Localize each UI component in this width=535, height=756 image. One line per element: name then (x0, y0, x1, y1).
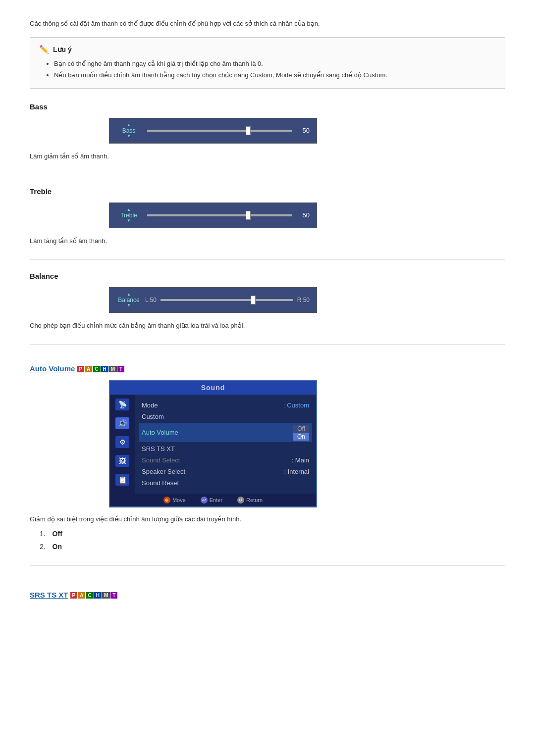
tv-menu-content: Mode : Custom Custom Auto Volume Off On (135, 395, 316, 494)
divider-3 (30, 344, 505, 345)
balance-arrow-down: ▼ (127, 303, 131, 307)
tv-icon-5: 📋 (115, 474, 129, 486)
note-box: ✏️ Lưu ý Bạn có thể nghe âm thanh ngay c… (30, 37, 505, 89)
treble-track[interactable] (147, 214, 292, 216)
bass-title: Bass (30, 102, 505, 111)
note-item-2: Nếu bạn muốn điều chỉnh âm thanh bằng cá… (54, 69, 496, 81)
note-list: Bạn có thể nghe âm thanh ngay cả khi giá… (39, 58, 496, 81)
menu-row-mode-label: Mode (142, 402, 158, 409)
enter-icon: ↩ (201, 497, 208, 504)
menu-row-sound-select-label: Sound Select (142, 456, 180, 464)
badge-m: M (109, 366, 117, 372)
note-item-1: Bạn có thể nghe âm thanh ngay cả khi giá… (54, 58, 496, 69)
note-title: Lưu ý (53, 46, 72, 53)
divider-4 (30, 565, 505, 566)
dropdown-on: On (293, 433, 309, 441)
list-item-off-num: 1. (40, 530, 46, 538)
footer-enter: ↩ Enter (201, 497, 222, 504)
menu-row-mode: Mode : Custom (142, 400, 309, 411)
menu-row-auto-volume[interactable]: Auto Volume Off On (139, 423, 312, 442)
bass-label-box: ▲ Bass ▼ (116, 123, 141, 138)
tv-icon-2: 🔊 (115, 417, 129, 429)
auto-volume-link[interactable]: Auto Volume (30, 364, 75, 373)
auto-volume-title: Auto Volume PACHMT (30, 364, 505, 373)
tv-menu-body: 📡 🔊 ⚙ 🖼 📋 Mode : Custom Custom (110, 395, 316, 494)
tv-menu-footer: ⊕ Move ↩ Enter ↺ Return (110, 494, 316, 506)
balance-right-value: R 50 (297, 297, 310, 303)
footer-return-label: Return (246, 497, 263, 503)
balance-section: Balance ▲ Balance ▼ L 50 R 50 Cho phép b… (30, 272, 505, 329)
menu-row-auto-volume-label: Auto Volume (142, 429, 178, 436)
treble-desc: Làm tăng tần số âm thanh. (30, 237, 505, 245)
badge-a: A (85, 366, 92, 372)
treble-thumb[interactable] (246, 211, 251, 220)
badge-c: C (93, 366, 100, 372)
badge-h: H (101, 366, 108, 372)
treble-arrow-up: ▲ (127, 208, 131, 212)
divider-2 (30, 259, 505, 260)
treble-label: Treble (120, 212, 137, 219)
footer-return: ↺ Return (237, 497, 263, 504)
menu-row-sound-reset: Sound Reset (142, 477, 309, 489)
srs-badge-c: C (86, 592, 93, 599)
note-icon: ✏️ (39, 45, 49, 54)
bass-thumb[interactable] (246, 126, 251, 135)
bass-slider[interactable]: ▲ Bass ▼ 50 (109, 118, 317, 144)
treble-section: Treble ▲ Treble ▼ 50 Làm tăng tần số âm … (30, 187, 505, 245)
balance-label-box: ▲ Balance ▼ (116, 293, 141, 307)
auto-volume-badges: PACHMT (77, 366, 124, 372)
tv-icon-3: ⚙ (115, 436, 129, 448)
badge-t: T (117, 366, 124, 372)
dropdown-off: Off (293, 425, 309, 433)
srs-badge-m: M (102, 592, 110, 599)
balance-slider[interactable]: ▲ Balance ▼ L 50 R 50 (109, 287, 317, 313)
balance-track[interactable] (160, 299, 293, 301)
srs-section: SRS TS XT PACHMT (30, 591, 505, 599)
intro-text: Các thông số cài đặt âm thanh có thể đượ… (30, 20, 505, 27)
treble-slider[interactable]: ▲ Treble ▼ 50 (109, 202, 317, 228)
tv-menu-wrapper: Sound 📡 🔊 ⚙ 🖼 📋 Mode : Custom Custom (109, 380, 317, 507)
footer-enter-label: Enter (210, 497, 222, 503)
srs-link[interactable]: SRS TS XT (30, 591, 68, 599)
list-item-off-val: Off (53, 530, 62, 538)
srs-badge-h: H (94, 592, 102, 599)
srs-badge-a: A (78, 592, 85, 599)
list-item-off: 1. Off (40, 530, 505, 538)
bass-value: 50 (298, 127, 310, 134)
bass-section: Bass ▲ Bass ▼ 50 Làm giảm tần số âm than… (30, 102, 505, 160)
balance-title: Balance (30, 272, 505, 280)
menu-row-custom: Custom (142, 411, 309, 422)
tv-icon-1: 📡 (115, 399, 129, 410)
return-icon: ↺ (237, 497, 244, 504)
list-item-on-num: 2. (40, 543, 46, 551)
footer-move: ⊕ Move (163, 497, 186, 504)
badge-p: P (77, 366, 84, 372)
menu-row-mode-value: : Custom (283, 402, 309, 409)
srs-badge-t: T (110, 592, 117, 599)
treble-label-box: ▲ Treble ▼ (116, 208, 141, 223)
footer-move-label: Move (172, 497, 186, 503)
tv-menu: Sound 📡 🔊 ⚙ 🖼 📋 Mode : Custom Custom (109, 380, 317, 507)
srs-badges: PACHMT (70, 592, 118, 599)
menu-row-sound-select-value: : Main (292, 456, 309, 464)
tv-menu-header: Sound (110, 381, 316, 395)
auto-volume-list: 1. Off 2. On (30, 530, 505, 551)
srs-title: SRS TS XT PACHMT (30, 591, 505, 599)
bass-desc: Làm giảm tần số âm thanh. (30, 152, 505, 160)
tv-menu-icons: 📡 🔊 ⚙ 🖼 📋 (110, 395, 135, 494)
menu-row-auto-volume-dropdown: Off On (293, 425, 309, 441)
list-item-on-val: On (53, 543, 62, 551)
bass-track[interactable] (147, 130, 292, 132)
balance-arrow-up: ▲ (127, 293, 131, 297)
menu-row-sound-select: Sound Select : Main (142, 454, 309, 466)
auto-volume-desc: Giảm độ sai biệt trong việc điều chỉnh â… (30, 515, 505, 523)
menu-row-speaker-select-label: Speaker Select (142, 468, 185, 475)
bass-label: Bass (122, 127, 136, 134)
menu-row-sound-reset-label: Sound Reset (142, 479, 179, 487)
balance-thumb[interactable] (251, 296, 256, 304)
menu-row-custom-label: Custom (142, 413, 164, 420)
treble-title: Treble (30, 187, 505, 196)
balance-label: Balance (118, 297, 139, 303)
bass-arrow-up: ▲ (127, 123, 131, 127)
srs-badge-p: P (70, 592, 78, 599)
